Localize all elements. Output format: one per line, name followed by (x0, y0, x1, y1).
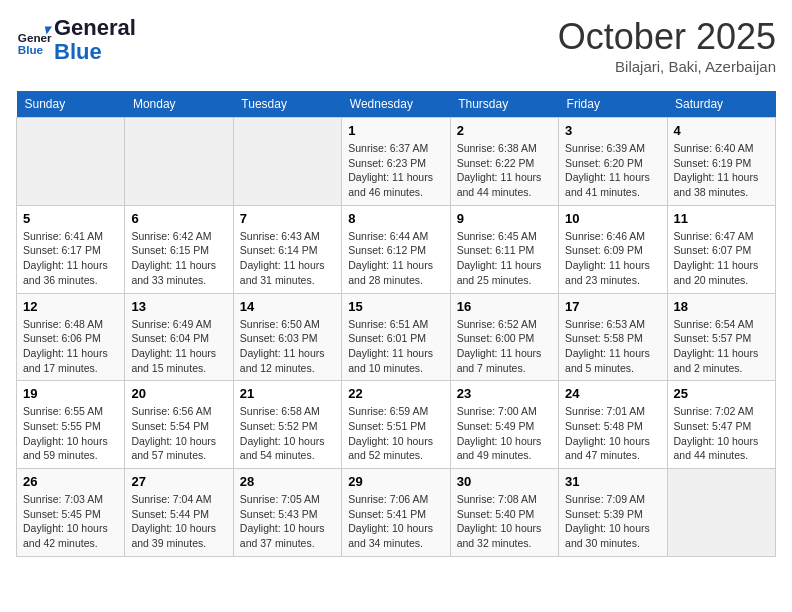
day-details: Sunrise: 6:44 AM Sunset: 6:12 PM Dayligh… (348, 229, 443, 288)
calendar-cell: 12Sunrise: 6:48 AM Sunset: 6:06 PM Dayli… (17, 293, 125, 381)
day-number: 28 (240, 474, 335, 489)
weekday-wednesday: Wednesday (342, 91, 450, 118)
calendar-cell: 15Sunrise: 6:51 AM Sunset: 6:01 PM Dayli… (342, 293, 450, 381)
logo: General Blue General Blue (16, 16, 136, 64)
calendar-cell: 4Sunrise: 6:40 AM Sunset: 6:19 PM Daylig… (667, 118, 775, 206)
calendar-cell: 2Sunrise: 6:38 AM Sunset: 6:22 PM Daylig… (450, 118, 558, 206)
calendar-cell: 21Sunrise: 6:58 AM Sunset: 5:52 PM Dayli… (233, 381, 341, 469)
day-details: Sunrise: 6:47 AM Sunset: 6:07 PM Dayligh… (674, 229, 769, 288)
week-row-1: 1Sunrise: 6:37 AM Sunset: 6:23 PM Daylig… (17, 118, 776, 206)
calendar-cell: 19Sunrise: 6:55 AM Sunset: 5:55 PM Dayli… (17, 381, 125, 469)
calendar-cell: 3Sunrise: 6:39 AM Sunset: 6:20 PM Daylig… (559, 118, 667, 206)
calendar-cell: 20Sunrise: 6:56 AM Sunset: 5:54 PM Dayli… (125, 381, 233, 469)
day-number: 11 (674, 211, 769, 226)
day-details: Sunrise: 6:38 AM Sunset: 6:22 PM Dayligh… (457, 141, 552, 200)
logo-text: General Blue (54, 16, 136, 64)
day-details: Sunrise: 7:08 AM Sunset: 5:40 PM Dayligh… (457, 492, 552, 551)
day-number: 19 (23, 386, 118, 401)
day-number: 22 (348, 386, 443, 401)
day-number: 3 (565, 123, 660, 138)
calendar-cell: 27Sunrise: 7:04 AM Sunset: 5:44 PM Dayli… (125, 469, 233, 557)
day-details: Sunrise: 6:41 AM Sunset: 6:17 PM Dayligh… (23, 229, 118, 288)
day-number: 1 (348, 123, 443, 138)
weekday-thursday: Thursday (450, 91, 558, 118)
calendar-cell: 23Sunrise: 7:00 AM Sunset: 5:49 PM Dayli… (450, 381, 558, 469)
weekday-header-row: SundayMondayTuesdayWednesdayThursdayFrid… (17, 91, 776, 118)
day-details: Sunrise: 6:52 AM Sunset: 6:00 PM Dayligh… (457, 317, 552, 376)
day-details: Sunrise: 7:06 AM Sunset: 5:41 PM Dayligh… (348, 492, 443, 551)
weekday-friday: Friday (559, 91, 667, 118)
day-number: 21 (240, 386, 335, 401)
day-details: Sunrise: 6:37 AM Sunset: 6:23 PM Dayligh… (348, 141, 443, 200)
weekday-saturday: Saturday (667, 91, 775, 118)
day-details: Sunrise: 6:49 AM Sunset: 6:04 PM Dayligh… (131, 317, 226, 376)
calendar-table: SundayMondayTuesdayWednesdayThursdayFrid… (16, 91, 776, 557)
weekday-tuesday: Tuesday (233, 91, 341, 118)
day-number: 18 (674, 299, 769, 314)
calendar-cell: 24Sunrise: 7:01 AM Sunset: 5:48 PM Dayli… (559, 381, 667, 469)
day-number: 7 (240, 211, 335, 226)
day-details: Sunrise: 7:03 AM Sunset: 5:45 PM Dayligh… (23, 492, 118, 551)
day-details: Sunrise: 7:05 AM Sunset: 5:43 PM Dayligh… (240, 492, 335, 551)
weekday-sunday: Sunday (17, 91, 125, 118)
week-row-2: 5Sunrise: 6:41 AM Sunset: 6:17 PM Daylig… (17, 205, 776, 293)
day-details: Sunrise: 6:50 AM Sunset: 6:03 PM Dayligh… (240, 317, 335, 376)
day-number: 2 (457, 123, 552, 138)
calendar-cell: 29Sunrise: 7:06 AM Sunset: 5:41 PM Dayli… (342, 469, 450, 557)
calendar-cell: 13Sunrise: 6:49 AM Sunset: 6:04 PM Dayli… (125, 293, 233, 381)
week-row-4: 19Sunrise: 6:55 AM Sunset: 5:55 PM Dayli… (17, 381, 776, 469)
day-details: Sunrise: 6:55 AM Sunset: 5:55 PM Dayligh… (23, 404, 118, 463)
month-title: October 2025 (558, 16, 776, 58)
day-number: 8 (348, 211, 443, 226)
day-details: Sunrise: 7:04 AM Sunset: 5:44 PM Dayligh… (131, 492, 226, 551)
calendar-cell: 31Sunrise: 7:09 AM Sunset: 5:39 PM Dayli… (559, 469, 667, 557)
day-number: 24 (565, 386, 660, 401)
location: Bilajari, Baki, Azerbaijan (558, 58, 776, 75)
title-block: October 2025 Bilajari, Baki, Azerbaijan (558, 16, 776, 75)
day-number: 10 (565, 211, 660, 226)
day-details: Sunrise: 6:51 AM Sunset: 6:01 PM Dayligh… (348, 317, 443, 376)
day-number: 9 (457, 211, 552, 226)
day-number: 20 (131, 386, 226, 401)
calendar-cell: 11Sunrise: 6:47 AM Sunset: 6:07 PM Dayli… (667, 205, 775, 293)
calendar-cell: 17Sunrise: 6:53 AM Sunset: 5:58 PM Dayli… (559, 293, 667, 381)
calendar-body: 1Sunrise: 6:37 AM Sunset: 6:23 PM Daylig… (17, 118, 776, 557)
day-number: 13 (131, 299, 226, 314)
day-details: Sunrise: 7:01 AM Sunset: 5:48 PM Dayligh… (565, 404, 660, 463)
day-details: Sunrise: 6:59 AM Sunset: 5:51 PM Dayligh… (348, 404, 443, 463)
calendar-cell: 25Sunrise: 7:02 AM Sunset: 5:47 PM Dayli… (667, 381, 775, 469)
day-number: 27 (131, 474, 226, 489)
calendar-cell (233, 118, 341, 206)
calendar-cell: 26Sunrise: 7:03 AM Sunset: 5:45 PM Dayli… (17, 469, 125, 557)
week-row-3: 12Sunrise: 6:48 AM Sunset: 6:06 PM Dayli… (17, 293, 776, 381)
day-number: 25 (674, 386, 769, 401)
calendar-cell: 5Sunrise: 6:41 AM Sunset: 6:17 PM Daylig… (17, 205, 125, 293)
day-number: 31 (565, 474, 660, 489)
calendar-cell: 16Sunrise: 6:52 AM Sunset: 6:00 PM Dayli… (450, 293, 558, 381)
calendar-cell: 10Sunrise: 6:46 AM Sunset: 6:09 PM Dayli… (559, 205, 667, 293)
calendar-cell: 30Sunrise: 7:08 AM Sunset: 5:40 PM Dayli… (450, 469, 558, 557)
day-number: 12 (23, 299, 118, 314)
calendar-cell: 18Sunrise: 6:54 AM Sunset: 5:57 PM Dayli… (667, 293, 775, 381)
day-details: Sunrise: 6:53 AM Sunset: 5:58 PM Dayligh… (565, 317, 660, 376)
day-details: Sunrise: 6:40 AM Sunset: 6:19 PM Dayligh… (674, 141, 769, 200)
day-details: Sunrise: 6:46 AM Sunset: 6:09 PM Dayligh… (565, 229, 660, 288)
day-number: 6 (131, 211, 226, 226)
day-details: Sunrise: 7:02 AM Sunset: 5:47 PM Dayligh… (674, 404, 769, 463)
day-number: 30 (457, 474, 552, 489)
day-details: Sunrise: 7:00 AM Sunset: 5:49 PM Dayligh… (457, 404, 552, 463)
day-details: Sunrise: 6:42 AM Sunset: 6:15 PM Dayligh… (131, 229, 226, 288)
day-details: Sunrise: 6:58 AM Sunset: 5:52 PM Dayligh… (240, 404, 335, 463)
calendar-cell: 28Sunrise: 7:05 AM Sunset: 5:43 PM Dayli… (233, 469, 341, 557)
day-number: 4 (674, 123, 769, 138)
day-details: Sunrise: 6:54 AM Sunset: 5:57 PM Dayligh… (674, 317, 769, 376)
calendar-cell: 8Sunrise: 6:44 AM Sunset: 6:12 PM Daylig… (342, 205, 450, 293)
day-number: 23 (457, 386, 552, 401)
calendar-cell: 7Sunrise: 6:43 AM Sunset: 6:14 PM Daylig… (233, 205, 341, 293)
calendar-cell: 9Sunrise: 6:45 AM Sunset: 6:11 PM Daylig… (450, 205, 558, 293)
calendar-cell: 14Sunrise: 6:50 AM Sunset: 6:03 PM Dayli… (233, 293, 341, 381)
page-header: General Blue General Blue October 2025 B… (16, 16, 776, 75)
day-number: 26 (23, 474, 118, 489)
day-details: Sunrise: 7:09 AM Sunset: 5:39 PM Dayligh… (565, 492, 660, 551)
calendar-cell (125, 118, 233, 206)
